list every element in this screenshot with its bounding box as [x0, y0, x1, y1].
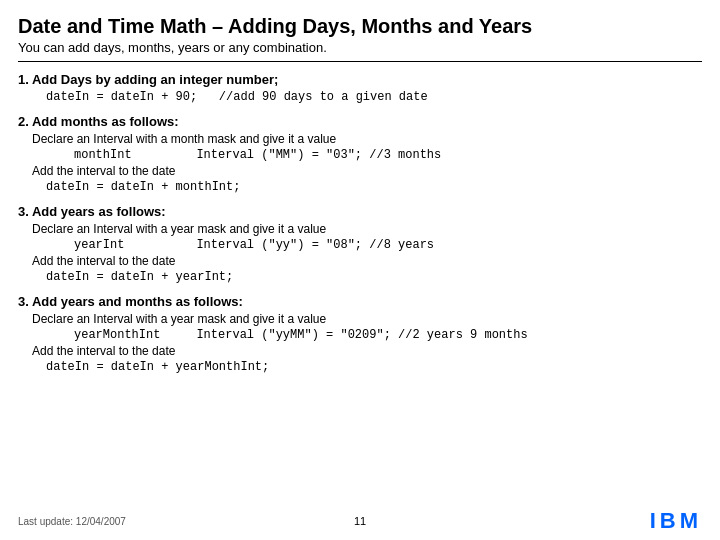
section4: 3. Add years and months as follows:Decla… [18, 294, 702, 374]
section4-heading: 3. Add years and months as follows: [18, 294, 702, 309]
section4-line-1: yearMonthInt Interval ("yyMM") = "0209";… [74, 328, 702, 342]
section2-line-2: Add the interval to the date [32, 164, 702, 178]
section2-line-0: Declare an Interval with a month mask an… [32, 132, 702, 146]
section4-line-2: Add the interval to the date [32, 344, 702, 358]
section1: 1. Add Days by adding an integer number;… [18, 72, 702, 104]
last-update: Last update: 12/04/2007 [18, 516, 126, 527]
footer: Last update: 12/04/2007 11 IBM [18, 510, 702, 532]
section3: 3. Add years as follows:Declare an Inter… [18, 204, 702, 284]
section2-line-3: dateIn = dateIn + monthInt; [46, 180, 702, 194]
page-subtitle: You can add days, months, years or any c… [18, 40, 702, 55]
page-title: Date and Time Math – Adding Days, Months… [18, 14, 702, 38]
section1-heading: 1. Add Days by adding an integer number; [18, 72, 702, 87]
section4-line-0: Declare an Interval with a year mask and… [32, 312, 702, 326]
title-divider [18, 61, 702, 62]
section3-line-1: yearInt Interval ("yy") = "08"; //8 year… [74, 238, 702, 252]
section3-heading: 3. Add years as follows: [18, 204, 702, 219]
section3-line-2: Add the interval to the date [32, 254, 702, 268]
page-container: Date and Time Math – Adding Days, Months… [0, 0, 720, 540]
section1-line-0: dateIn = dateIn + 90; //add 90 days to a… [46, 90, 702, 104]
page-number: 11 [354, 515, 366, 527]
section4-line-3: dateIn = dateIn + yearMonthInt; [46, 360, 702, 374]
sections-container: 1. Add Days by adding an integer number;… [18, 72, 702, 374]
section2-line-1: monthInt Interval ("MM") = "03"; //3 mon… [74, 148, 702, 162]
section2-heading: 2. Add months as follows: [18, 114, 702, 129]
section2: 2. Add months as follows:Declare an Inte… [18, 114, 702, 194]
ibm-logo: IBM [650, 510, 702, 532]
section3-line-3: dateIn = dateIn + yearInt; [46, 270, 702, 284]
section3-line-0: Declare an Interval with a year mask and… [32, 222, 702, 236]
